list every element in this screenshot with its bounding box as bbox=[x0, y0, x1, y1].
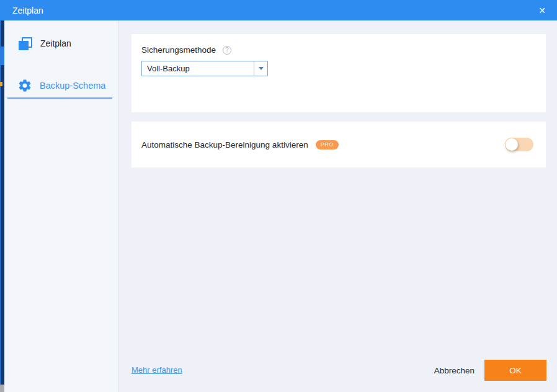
dropdown-selected-value: Voll-Backup bbox=[142, 64, 254, 73]
auto-cleanup-label: Automatische Backup-Bereinigung aktivier… bbox=[141, 140, 308, 149]
auto-cleanup-card: Automatische Backup-Bereinigung aktivier… bbox=[131, 122, 546, 167]
sidebar-item-backup-schema[interactable]: Backup-Schema bbox=[17, 78, 105, 94]
ok-button[interactable]: OK bbox=[484, 360, 546, 381]
toggle-knob bbox=[506, 138, 518, 151]
close-icon[interactable]: ✕ bbox=[533, 0, 551, 20]
gear-icon bbox=[17, 78, 32, 93]
layers-icon bbox=[19, 37, 32, 50]
learn-more-link[interactable]: Mehr erfahren bbox=[131, 365, 182, 375]
pro-badge: PRO bbox=[316, 140, 339, 149]
backup-method-label: Sicherungsmethode bbox=[141, 45, 216, 55]
cancel-button[interactable]: Abbrechen bbox=[434, 366, 475, 375]
background-app-icon-fragment bbox=[0, 82, 2, 86]
sidebar-item-label: Backup-Schema bbox=[40, 81, 105, 91]
dropdown-arrow-button[interactable] bbox=[254, 61, 267, 76]
dialog-title: Zeitplan bbox=[12, 6, 43, 16]
dialog-titlebar: Zeitplan ✕ bbox=[0, 0, 557, 20]
auto-cleanup-toggle[interactable] bbox=[505, 138, 533, 151]
sidebar-item-label: Zeitplan bbox=[40, 38, 71, 48]
chevron-down-icon bbox=[259, 67, 264, 70]
schedule-dialog: Zeitplan ✕ Zeitplan Backup-Schema Sicher… bbox=[0, 0, 557, 392]
background-app-highlight bbox=[0, 47, 4, 65]
sidebar-item-zeitplan[interactable]: Zeitplan bbox=[19, 35, 71, 51]
help-icon[interactable]: ? bbox=[223, 46, 231, 55]
backup-method-card: Sicherungsmethode ? Voll-Backup bbox=[131, 34, 546, 112]
background-app-footer-fragment bbox=[0, 385, 4, 392]
sidebar: Zeitplan Backup-Schema bbox=[4, 20, 118, 392]
background-app-edge bbox=[0, 20, 4, 392]
footer-buttons: Abbrechen OK bbox=[434, 360, 546, 381]
backup-method-dropdown[interactable]: Voll-Backup bbox=[141, 61, 268, 76]
active-item-underline bbox=[7, 97, 112, 99]
main-panel: Sicherungsmethode ? Voll-Backup Automati… bbox=[119, 20, 557, 392]
